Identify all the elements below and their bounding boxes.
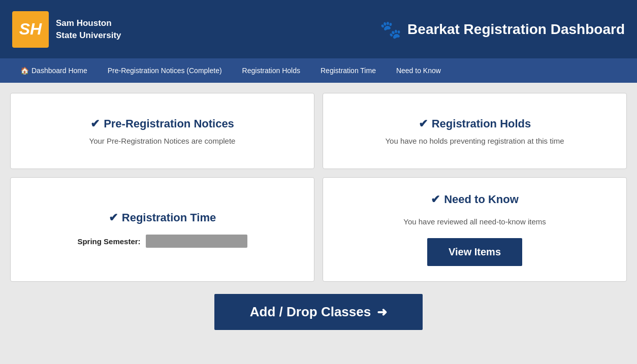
- nav-dashboard-home[interactable]: 🏠 Dashboard Home: [10, 58, 98, 83]
- nav-dashboard-home-label: Dashboard Home: [31, 67, 87, 75]
- university-name: Sam Houston State University: [56, 17, 121, 42]
- cards-grid: ✔ Pre-Registration Notices Your Pre-Regi…: [10, 93, 627, 282]
- nav-need-to-know[interactable]: Need to Know: [386, 58, 451, 83]
- logo-text: SH: [19, 20, 42, 39]
- need-to-know-card: ✔ Need to Know You have reviewed all nee…: [323, 177, 627, 282]
- registration-time-card: ✔ Registration Time Spring Semester:: [10, 177, 314, 282]
- need-to-know-status-text: You have reviewed all need-to-know items: [403, 217, 546, 226]
- need-to-know-check-icon: ✔: [431, 193, 440, 206]
- pre-registration-status-text: Your Pre-Registration Notices are comple…: [89, 137, 236, 145]
- registration-holds-check-icon: ✔: [419, 117, 428, 130]
- university-name-line2: State University: [56, 30, 121, 40]
- nav-registration-time[interactable]: Registration Time: [310, 58, 386, 83]
- registration-time-title-text: Registration Time: [122, 211, 216, 224]
- registration-time-check-icon: ✔: [109, 211, 118, 224]
- need-to-know-card-title: ✔ Need to Know: [431, 193, 519, 206]
- university-name-line1: Sam Houston: [56, 18, 112, 28]
- pre-registration-title-text: Pre-Registration Notices: [104, 117, 234, 130]
- add-drop-button[interactable]: Add / Drop Classes ➜: [214, 294, 423, 330]
- nav-registration-time-label: Registration Time: [321, 67, 376, 75]
- main-content: ✔ Pre-Registration Notices Your Pre-Regi…: [0, 83, 637, 345]
- nav-need-to-know-label: Need to Know: [396, 67, 441, 75]
- pre-registration-card-title: ✔ Pre-Registration Notices: [90, 117, 234, 130]
- registration-holds-card: ✔ Registration Holds You have no holds p…: [323, 93, 627, 169]
- nav-pre-registration-label: Pre-Registration Notices (Complete): [108, 67, 222, 75]
- pre-registration-check-icon: ✔: [90, 117, 100, 130]
- main-nav: 🏠 Dashboard Home Pre-Registration Notice…: [0, 58, 637, 83]
- add-drop-label: Add / Drop Classes: [250, 304, 371, 320]
- need-to-know-title-text: Need to Know: [444, 193, 519, 206]
- spring-semester-label: Spring Semester:: [77, 237, 140, 246]
- page-title: 🐾 Bearkat Registration Dashboard: [380, 19, 625, 40]
- pre-registration-card: ✔ Pre-Registration Notices Your Pre-Regi…: [10, 93, 314, 169]
- header-logo-section: SH Sam Houston State University: [12, 11, 121, 48]
- registration-holds-title-text: Registration Holds: [432, 117, 531, 130]
- nav-registration-holds[interactable]: Registration Holds: [232, 58, 310, 83]
- paw-icon: 🐾: [380, 19, 401, 40]
- view-items-button[interactable]: View Items: [427, 238, 522, 266]
- site-header: SH Sam Houston State University 🐾 Bearka…: [0, 0, 637, 58]
- nav-pre-registration[interactable]: Pre-Registration Notices (Complete): [98, 58, 232, 83]
- add-drop-container: Add / Drop Classes ➜: [10, 294, 627, 330]
- registration-time-value-redacted: [146, 235, 247, 248]
- university-logo: SH: [12, 11, 49, 48]
- registration-time-row: Spring Semester:: [77, 235, 247, 248]
- home-icon: 🏠: [20, 67, 29, 75]
- registration-holds-status-text: You have no holds preventing registratio…: [385, 137, 564, 145]
- add-drop-arrow-icon: ➜: [377, 305, 387, 319]
- nav-registration-holds-label: Registration Holds: [242, 67, 300, 75]
- registration-holds-card-title: ✔ Registration Holds: [419, 117, 531, 130]
- registration-time-card-title: ✔ Registration Time: [109, 211, 216, 224]
- header-title-text: Bearkat Registration Dashboard: [407, 21, 625, 38]
